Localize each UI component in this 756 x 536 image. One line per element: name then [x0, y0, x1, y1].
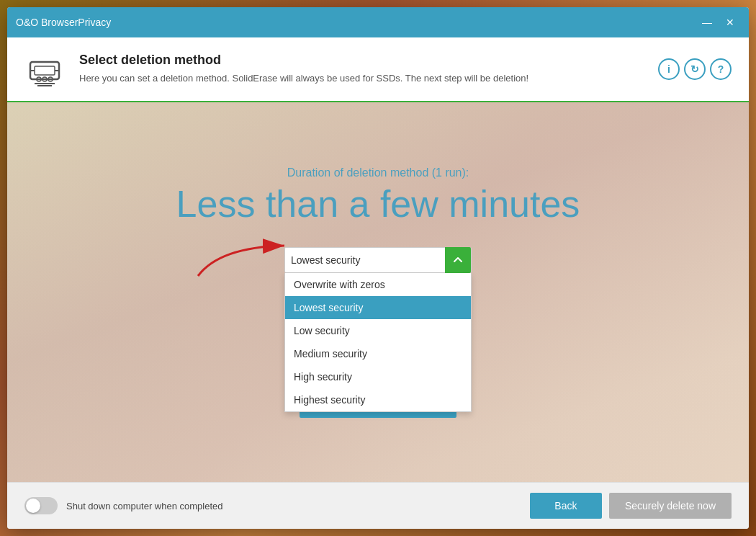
app-logo-icon — [24, 49, 65, 89]
svg-rect-1 — [35, 66, 55, 75]
header-text-group: Select deletion method Here you can set … — [79, 53, 644, 85]
footer-action-buttons: Back Securely delete now — [530, 493, 732, 519]
dropdown-option-low-security[interactable]: Low security — [285, 319, 471, 342]
dropdown-option-highest-security[interactable]: Highest security — [285, 388, 471, 411]
dropdown-option-lowest-security[interactable]: Lowest security — [285, 296, 471, 319]
shutdown-toggle-group: Shut down computer when completed — [24, 497, 223, 514]
content-inner: Duration of deletion method (1 run): Les… — [22, 166, 734, 418]
info-button[interactable]: i — [658, 58, 680, 80]
header-actions: i ↻ ? — [658, 58, 732, 80]
duration-label: Duration of deletion method (1 run): — [287, 166, 469, 179]
footer-section: Shut down computer when completed Back S… — [7, 482, 749, 529]
title-bar: O&O BrowserPrivacy — ✕ — [7, 7, 749, 37]
back-button[interactable]: Back — [530, 493, 602, 519]
dropdown-selected-value[interactable]: Lowest security — [284, 247, 472, 273]
dropdown-current-text: Lowest security — [291, 254, 439, 266]
header-title: Select deletion method — [79, 53, 644, 68]
help-button[interactable]: ? — [710, 58, 732, 80]
window-controls: — ✕ — [697, 12, 740, 32]
shutdown-toggle-label: Shut down computer when completed — [66, 501, 223, 512]
dropdown-option-high-security[interactable]: High security — [285, 365, 471, 388]
dropdown-menu: Overwrite with zeros Lowest security Low… — [284, 273, 472, 412]
dropdown-option-overwrite-zeros[interactable]: Overwrite with zeros — [285, 273, 471, 296]
securely-delete-button[interactable]: Securely delete now — [609, 493, 732, 519]
shutdown-toggle[interactable] — [24, 497, 58, 514]
header-subtitle: Here you can set a deletion method. Soli… — [79, 72, 644, 85]
deletion-method-dropdown[interactable]: Lowest security Overwrite with zeros Low… — [284, 247, 472, 273]
refresh-button[interactable]: ↻ — [684, 58, 706, 80]
duration-value: Less than a few minutes — [176, 182, 580, 225]
close-button[interactable]: ✕ — [720, 12, 740, 32]
minimize-button[interactable]: — — [697, 12, 717, 32]
arrow-pointer-icon — [191, 233, 292, 283]
content-area: Duration of deletion method (1 run): Les… — [7, 102, 749, 482]
app-title: O&O BrowserPrivacy — [16, 17, 697, 28]
app-window: O&O BrowserPrivacy — ✕ Select deletion m… — [7, 7, 749, 529]
chevron-up-icon — [453, 255, 463, 265]
dropdown-toggle-button[interactable] — [445, 247, 471, 273]
header-section: Select deletion method Here you can set … — [7, 37, 749, 102]
dropdown-option-medium-security[interactable]: Medium security — [285, 342, 471, 365]
